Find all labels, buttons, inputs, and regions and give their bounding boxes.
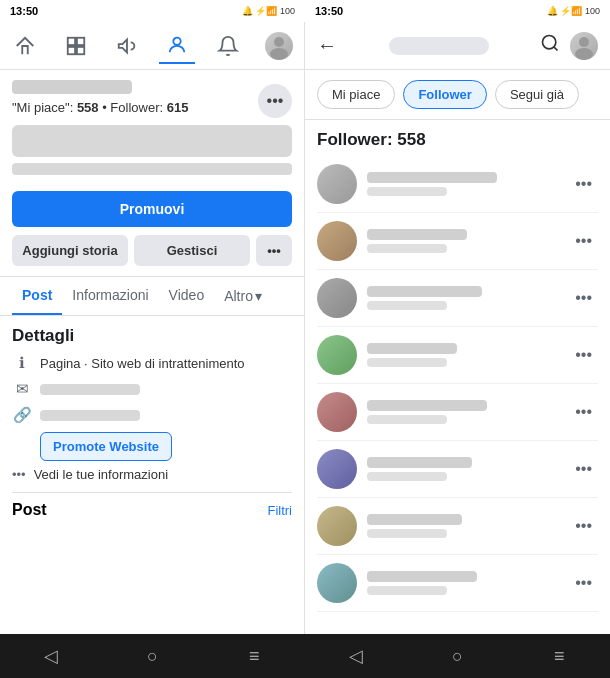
list-item: •••	[317, 156, 598, 213]
bottom-nav: ◁ ○ ≡ ◁ ○ ≡	[0, 634, 610, 678]
nav-bar-right: ←	[305, 22, 610, 70]
filtri-link[interactable]: Filtri	[267, 503, 292, 518]
back-nav-button-right[interactable]: ◁	[336, 636, 376, 676]
avatar	[317, 392, 357, 432]
tabs-row: Post Informazioni Video Altro ▾	[0, 276, 304, 316]
page-type-text: Pagina · Sito web di intrattenimento	[40, 356, 245, 371]
follower-more-icon[interactable]: •••	[569, 171, 598, 197]
more-actions-button[interactable]: •••	[256, 235, 292, 266]
link-icon: 🔗	[12, 406, 32, 424]
filter-segui-gia[interactable]: Segui già	[495, 80, 579, 109]
status-icons-right: 🔔 ⚡📶 100	[547, 6, 600, 16]
nav-bell[interactable]	[210, 28, 246, 64]
profile-sub-blur	[12, 163, 292, 175]
follower-sub-blur	[367, 301, 447, 310]
follower-name-blur	[367, 400, 487, 411]
chevron-down-icon: ▾	[255, 288, 262, 304]
filter-mi-piace[interactable]: Mi piace	[317, 80, 395, 109]
promote-website-button[interactable]: Promote Website	[40, 432, 172, 461]
follower-sub-blur	[367, 187, 447, 196]
svg-point-10	[575, 48, 593, 60]
gestisci-button[interactable]: Gestisci	[134, 235, 250, 266]
avatar	[317, 449, 357, 489]
list-item: •••	[317, 213, 598, 270]
tab-post[interactable]: Post	[12, 277, 62, 315]
svg-point-4	[174, 37, 181, 44]
back-nav-button-left[interactable]: ◁	[31, 636, 71, 676]
avatar	[317, 221, 357, 261]
follower-more-icon[interactable]: •••	[569, 513, 598, 539]
nav-avatar[interactable]	[261, 28, 297, 64]
avatar	[317, 563, 357, 603]
page-type-row: ℹ Pagina · Sito web di intrattenimento	[12, 354, 292, 372]
list-item: •••	[317, 498, 598, 555]
filter-follower[interactable]: Follower	[403, 80, 486, 109]
follower-info	[367, 286, 569, 310]
follower-more-icon[interactable]: •••	[569, 285, 598, 311]
svg-rect-0	[68, 37, 75, 44]
avatar	[317, 278, 357, 318]
follower-name-blur	[367, 343, 457, 354]
link-blur	[40, 410, 140, 421]
nav-megaphone[interactable]	[109, 28, 145, 64]
email-row: ✉	[12, 380, 292, 398]
add-story-button[interactable]: Aggiungi storia	[12, 235, 128, 266]
follower-sub-blur	[367, 415, 447, 424]
bottom-nav-right: ◁ ○ ≡	[305, 634, 610, 678]
follower-more-icon[interactable]: •••	[569, 456, 598, 482]
tab-informazioni[interactable]: Informazioni	[62, 277, 158, 315]
tab-altro[interactable]: Altro ▾	[214, 277, 272, 315]
nav-profile[interactable]	[159, 28, 195, 64]
details-title: Dettagli	[12, 326, 292, 346]
menu-nav-button-left[interactable]: ≡	[234, 636, 274, 676]
list-item: •••	[317, 384, 598, 441]
follower-list: ••• ••• •••	[305, 156, 610, 634]
status-icons-left: 🔔 ⚡📶 100	[242, 6, 295, 16]
info-link[interactable]: Vedi le tue informazioni	[34, 467, 168, 482]
avatar	[317, 164, 357, 204]
follower-name-blur	[367, 457, 472, 468]
email-icon: ✉	[12, 380, 32, 398]
follower-more-icon[interactable]: •••	[569, 399, 598, 425]
dots-icon: •••	[12, 467, 26, 482]
status-time-left: 13:50	[10, 5, 38, 17]
follower-more-icon[interactable]: •••	[569, 570, 598, 596]
svg-point-7	[543, 36, 556, 49]
follower-info	[367, 571, 569, 595]
follower-name-blur	[367, 286, 482, 297]
status-time-right: 13:50	[315, 5, 343, 17]
list-item: •••	[317, 270, 598, 327]
follower-more-icon[interactable]: •••	[569, 228, 598, 254]
follower-more-icon[interactable]: •••	[569, 342, 598, 368]
follower-name-blur	[367, 514, 462, 525]
avatar	[317, 506, 357, 546]
follower-info	[367, 229, 569, 253]
profile-name-blur	[12, 80, 132, 94]
tab-video[interactable]: Video	[159, 277, 215, 315]
follower-info	[367, 172, 569, 196]
nav-home[interactable]	[7, 28, 43, 64]
home-nav-button-right[interactable]: ○	[437, 636, 477, 676]
svg-rect-3	[77, 46, 84, 53]
search-button[interactable]	[540, 33, 560, 58]
stats-row: "Mi piace": 558 • Follower: 615	[12, 100, 292, 115]
right-avatar[interactable]	[570, 32, 598, 60]
avatar	[317, 335, 357, 375]
svg-point-5	[274, 37, 284, 47]
action-row: Aggiungi storia Gestisci •••	[12, 235, 292, 266]
follower-count-left: 615	[167, 100, 189, 115]
follower-info	[367, 343, 569, 367]
promote-button[interactable]: Promuovi	[12, 191, 292, 227]
home-nav-button-left[interactable]: ○	[132, 636, 172, 676]
svg-point-6	[270, 48, 288, 60]
follower-name-blur	[367, 172, 497, 183]
post-footer: Post Filtri	[12, 492, 292, 519]
list-item: •••	[317, 327, 598, 384]
list-item: •••	[317, 441, 598, 498]
menu-nav-button-right[interactable]: ≡	[539, 636, 579, 676]
nav-pages[interactable]	[58, 28, 94, 64]
back-button[interactable]: ←	[317, 34, 337, 57]
more-options-button[interactable]: •••	[258, 84, 292, 118]
svg-rect-2	[68, 46, 75, 53]
post-title: Post	[12, 501, 47, 519]
